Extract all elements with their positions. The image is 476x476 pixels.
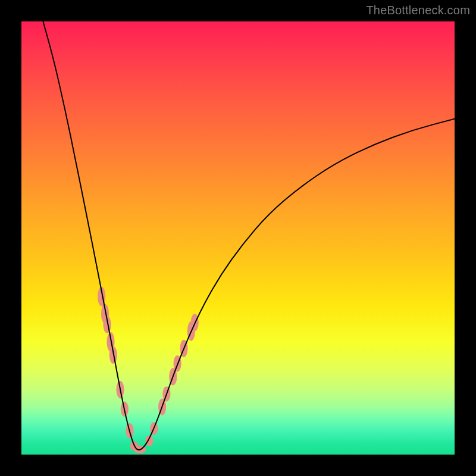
bottleneck-curve	[43, 21, 455, 450]
curve-marker	[145, 436, 153, 446]
marker-group	[98, 287, 199, 453]
plot-area	[21, 21, 455, 455]
chart-frame: TheBottleneck.com	[0, 0, 476, 476]
attribution-label: TheBottleneck.com	[366, 4, 470, 17]
curve-layer	[21, 21, 455, 455]
